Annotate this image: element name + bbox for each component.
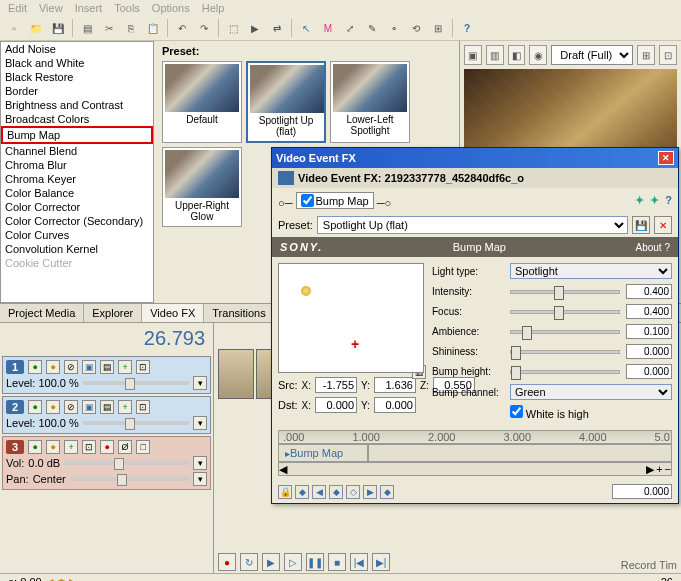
scroll-right-icon[interactable]: ▶ xyxy=(646,463,654,475)
light-type-select[interactable]: Spotlight xyxy=(510,263,672,279)
track-btn-icon[interactable]: ▤ xyxy=(100,360,114,374)
fx-item[interactable]: Brightness and Contrast xyxy=(1,98,153,112)
fx-item-selected[interactable]: Bump Map xyxy=(1,126,153,144)
preset-select[interactable]: Spotlight Up (flat) xyxy=(317,216,628,234)
preview-tool-icon[interactable]: ▣ xyxy=(464,45,482,65)
preview-tool-icon[interactable]: ▥ xyxy=(486,45,504,65)
fx-item[interactable]: Black Restore xyxy=(1,70,153,84)
video-clip[interactable] xyxy=(218,349,254,399)
preset-item[interactable]: Default xyxy=(162,61,242,143)
save-preset-icon[interactable]: 💾 xyxy=(632,216,650,234)
track-mute-icon[interactable]: ● xyxy=(28,360,42,374)
tool-icon[interactable]: ⚬ xyxy=(384,18,404,38)
play-from-start-icon[interactable]: ▷ xyxy=(284,553,302,571)
fx-item[interactable]: Chroma Keyer xyxy=(1,172,153,186)
fx-track-label[interactable]: ▸ Bump Map xyxy=(278,444,368,462)
tool-icon[interactable]: M xyxy=(318,18,338,38)
fx-item[interactable]: Color Corrector xyxy=(1,200,153,214)
track-level-slider[interactable] xyxy=(83,421,189,425)
scrub-icon[interactable]: ◀◀▶▶ xyxy=(45,576,77,581)
effects-list[interactable]: Add Noise Black and White Black Restore … xyxy=(0,41,154,303)
track-btn-icon[interactable]: ⊡ xyxy=(136,360,150,374)
track-fx-icon[interactable]: ⊘ xyxy=(64,360,78,374)
go-start-icon[interactable]: |◀ xyxy=(350,553,368,571)
audio-track-header-3[interactable]: 3 ● ● + ⊡ ● Ø □ Vol: 0.0 dB ▾ Pan: Cente… xyxy=(2,436,211,490)
copy-icon[interactable]: ⎘ xyxy=(121,18,141,38)
intensity-input[interactable] xyxy=(626,284,672,299)
track-btn-icon[interactable]: □ xyxy=(136,440,150,454)
fx-scrollbar[interactable]: ◀ ▶ + − xyxy=(278,462,672,476)
preset-item-selected[interactable]: Spotlight Up (flat) xyxy=(246,61,326,143)
props-icon[interactable]: ▤ xyxy=(77,18,97,38)
menu-item[interactable]: Help xyxy=(202,2,225,14)
zoom-out-icon[interactable]: − xyxy=(665,463,671,475)
tab[interactable]: Transitions xyxy=(204,304,274,322)
delete-preset-icon[interactable]: ✕ xyxy=(654,216,672,234)
track-arm-icon[interactable]: ● xyxy=(100,440,114,454)
remove-fx-icon[interactable]: ✦ xyxy=(650,194,659,207)
kf-next-icon[interactable]: ◆ xyxy=(380,485,394,499)
preview-overlay-icon[interactable]: ⊡ xyxy=(659,45,677,65)
chain-enable-checkbox[interactable] xyxy=(301,194,314,207)
fx-time-input[interactable] xyxy=(612,484,672,499)
video-track-header-1[interactable]: 1 ● ● ⊘ ▣ ▤ + ⊡ Level: 100.0 % ▾ xyxy=(2,356,211,394)
scroll-left-icon[interactable]: ◀ xyxy=(279,463,287,475)
fx-item[interactable]: Add Noise xyxy=(1,42,153,56)
tool-icon[interactable]: ✎ xyxy=(362,18,382,38)
open-icon[interactable]: 📁 xyxy=(26,18,46,38)
bump-height-input[interactable] xyxy=(626,364,672,379)
fx-item[interactable]: Black and White xyxy=(1,56,153,70)
shininess-slider[interactable] xyxy=(510,350,620,354)
fx-item[interactable]: Channel Blend xyxy=(1,144,153,158)
fx-item[interactable]: Convolution Kernel xyxy=(1,242,153,256)
fx-track-lane[interactable] xyxy=(368,444,672,462)
help-icon[interactable]: ? xyxy=(665,194,672,207)
intensity-slider[interactable] xyxy=(510,290,620,294)
track-level-slider[interactable] xyxy=(83,381,189,385)
bump-channel-select[interactable]: Green xyxy=(510,384,672,400)
fx-item[interactable]: Color Balance xyxy=(1,186,153,200)
stop-icon[interactable]: ■ xyxy=(328,553,346,571)
save-icon[interactable]: 💾 xyxy=(48,18,68,38)
tool-icon[interactable]: ⊞ xyxy=(428,18,448,38)
dialog-titlebar[interactable]: Video Event FX ✕ xyxy=(272,148,678,168)
tool-icon[interactable]: ↖ xyxy=(296,18,316,38)
track-expand-icon[interactable]: ▾ xyxy=(193,376,207,390)
fx-item[interactable]: Chroma Blur xyxy=(1,158,153,172)
track-btn-icon[interactable]: ▣ xyxy=(82,400,96,414)
fx-item[interactable]: Cookie Cutter xyxy=(1,256,153,270)
focus-slider[interactable] xyxy=(510,310,620,314)
zoom-in-icon[interactable]: + xyxy=(656,463,662,475)
marker-icon[interactable]: ▶ xyxy=(245,18,265,38)
dst-x-input[interactable] xyxy=(315,397,357,413)
close-icon[interactable]: ✕ xyxy=(658,151,674,165)
track-phase-icon[interactable]: Ø xyxy=(118,440,132,454)
kf-del-icon[interactable]: ◇ xyxy=(346,485,360,499)
fx-item[interactable]: Broadcast Colors xyxy=(1,112,153,126)
help-icon[interactable]: ? xyxy=(457,18,477,38)
kf-first-icon[interactable]: ◀ xyxy=(312,485,326,499)
track-solo-icon[interactable]: ● xyxy=(46,360,60,374)
track-expand-icon[interactable]: ▾ xyxy=(193,456,207,470)
paste-icon[interactable]: 📋 xyxy=(143,18,163,38)
ripple-icon[interactable]: ⇄ xyxy=(267,18,287,38)
cut-icon[interactable]: ✂ xyxy=(99,18,119,38)
fx-item[interactable]: Color Corrector (Secondary) xyxy=(1,214,153,228)
vol-slider[interactable] xyxy=(64,461,189,465)
tab[interactable]: Explorer xyxy=(84,304,142,322)
tab-active[interactable]: Video FX xyxy=(142,304,204,322)
fx-item[interactable]: Border xyxy=(1,84,153,98)
chain-node[interactable]: Bump Map xyxy=(296,192,374,209)
preview-quality-select[interactable]: Draft (Full) xyxy=(551,45,633,65)
pause-icon[interactable]: ❚❚ xyxy=(306,553,324,571)
play-icon[interactable]: ▶ xyxy=(262,553,280,571)
tool-icon[interactable]: ⟲ xyxy=(406,18,426,38)
track-btn-icon[interactable]: ⊡ xyxy=(82,440,96,454)
src-y-input[interactable] xyxy=(374,377,416,393)
track-btn-icon[interactable]: + xyxy=(64,440,78,454)
white-high-checkbox[interactable] xyxy=(510,405,523,418)
track-btn-icon[interactable]: ⊡ xyxy=(136,400,150,414)
kf-add-icon[interactable]: ◆ xyxy=(329,485,343,499)
preview-quality-icon[interactable]: ◉ xyxy=(529,45,547,65)
menu-item[interactable]: View xyxy=(39,2,63,14)
